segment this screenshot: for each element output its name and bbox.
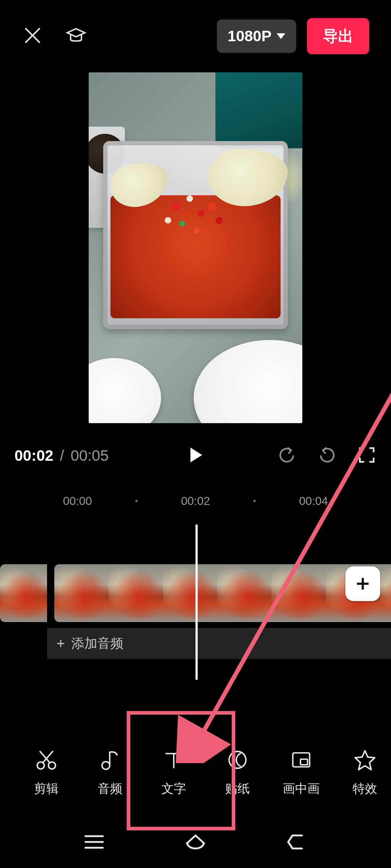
system-nav-bar	[0, 817, 391, 868]
tool-label: 画中画	[283, 780, 320, 797]
ruler-mark: 00:00	[63, 494, 92, 508]
text-icon	[163, 749, 185, 771]
clip-thumbnail[interactable]	[217, 564, 272, 622]
timeline[interactable]: + 添加音频	[0, 521, 391, 694]
current-time: 00:02	[14, 447, 53, 464]
undo-button[interactable]	[277, 445, 297, 466]
close-button[interactable]	[22, 25, 43, 48]
resolution-dropdown[interactable]: 1080P	[217, 20, 296, 53]
resolution-label: 1080P	[228, 27, 272, 45]
time-display: 00:02 / 00:05	[14, 447, 109, 464]
pip-icon	[290, 749, 312, 771]
clip-thumbnail[interactable]	[380, 564, 391, 622]
redo-button[interactable]	[317, 445, 337, 466]
tool-pip[interactable]: 画中画	[269, 747, 333, 797]
play-button[interactable]	[186, 445, 205, 466]
time-separator: /	[60, 447, 64, 464]
tool-label: 剪辑	[34, 780, 59, 797]
tool-effects[interactable]: 特效	[333, 747, 391, 797]
nav-menu-button[interactable]	[81, 829, 107, 856]
total-time: 00:05	[71, 447, 109, 464]
music-note-icon	[99, 749, 121, 771]
video-preview[interactable]	[89, 72, 302, 423]
ruler-mark: 00:04	[299, 494, 328, 508]
nav-home-button[interactable]	[182, 829, 209, 856]
ruler-dot	[135, 500, 138, 502]
ruler-mark: 00:02	[181, 494, 210, 508]
playhead[interactable]	[196, 524, 198, 680]
clip-thumbnail[interactable]	[163, 564, 217, 622]
tool-label: 贴纸	[225, 780, 250, 797]
top-bar: 1080P 导出	[0, 0, 391, 72]
clip-thumbnail[interactable]	[272, 564, 326, 622]
timeline-ruler[interactable]: 00:00 00:02 00:04	[0, 488, 391, 514]
moon-icon	[226, 749, 249, 771]
bottom-toolbar: 剪辑 音频 文字 贴纸 画中画 特效	[0, 734, 391, 810]
clip-thumbnail[interactable]	[54, 564, 109, 622]
ruler-dot	[253, 500, 256, 502]
clip-thumbnail[interactable]	[0, 564, 47, 622]
tool-label: 特效	[353, 780, 377, 797]
svg-point-3	[229, 752, 246, 769]
tool-edit[interactable]: 剪辑	[14, 747, 78, 797]
star-icon	[354, 749, 376, 771]
plus-icon: +	[56, 636, 65, 651]
tool-audio[interactable]: 音频	[78, 747, 142, 797]
nav-back-button[interactable]	[284, 829, 310, 856]
tool-text[interactable]: 文字	[142, 747, 206, 797]
export-button[interactable]: 导出	[307, 18, 369, 54]
player-controls: 00:02 / 00:05	[0, 434, 391, 477]
graduation-cap-icon[interactable]	[65, 25, 87, 48]
tool-sticker[interactable]: 贴纸	[206, 747, 269, 797]
video-preview-area	[0, 72, 391, 423]
tool-label: 文字	[161, 780, 186, 797]
svg-rect-5	[300, 759, 307, 765]
audio-track[interactable]: + 添加音频	[47, 628, 391, 659]
add-clip-button[interactable]	[345, 566, 380, 601]
tool-label: 音频	[98, 780, 122, 797]
add-audio-label: 添加音频	[71, 635, 123, 652]
scissors-icon	[35, 749, 58, 771]
chevron-down-icon	[277, 33, 285, 39]
clip-thumbnail[interactable]	[109, 564, 163, 622]
fullscreen-button[interactable]	[357, 445, 377, 466]
svg-point-2	[102, 762, 110, 769]
